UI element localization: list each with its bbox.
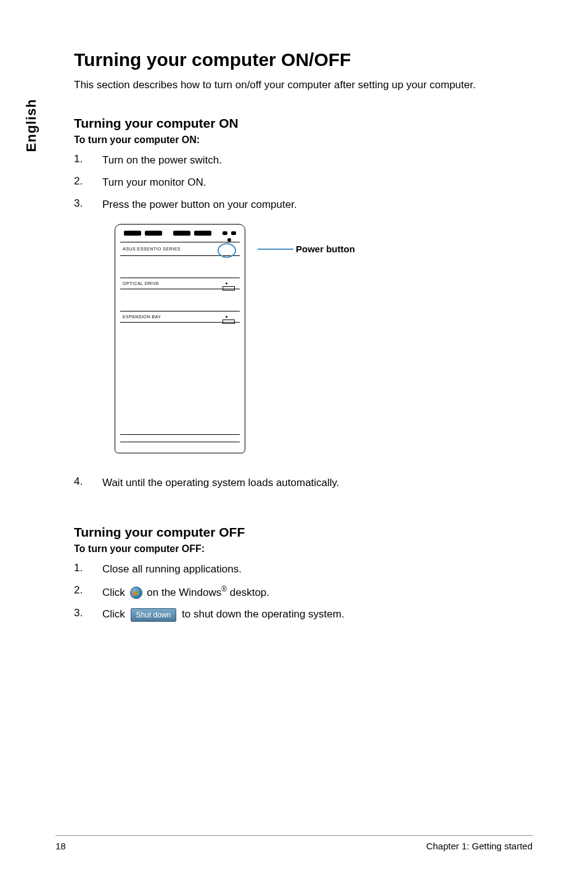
step-number: 2. — [74, 175, 102, 190]
registered-mark: ® — [221, 585, 227, 593]
list-item: 2. Click on the Windows® desktop. — [74, 584, 533, 600]
subheading-off: To turn your computer OFF: — [74, 543, 533, 555]
pc-case-outline: ASUS ESSENTIO SERIES OPTICAL DRIVE EXPAN… — [115, 224, 245, 453]
text-fragment: desktop. — [230, 587, 269, 598]
page-title: Turning your computer ON/OFF — [74, 49, 533, 70]
text-fragment: to shut down the operating system. — [182, 608, 345, 620]
step-number: 3. — [74, 197, 102, 212]
power-button-callout: Power button — [296, 244, 355, 254]
list-item: 3. Press the power button on your comput… — [74, 197, 533, 212]
step-text: Wait until the operating system loads au… — [102, 476, 533, 490]
page-number: 18 — [55, 841, 66, 851]
list-item: 3. Click Shut down to shut down the oper… — [74, 607, 533, 622]
intro-text: This section describes how to turn on/of… — [74, 79, 533, 91]
steps-on: 1. Turn on the power switch. 2. Turn you… — [74, 153, 533, 212]
step-text: Turn on the power switch. — [102, 153, 533, 168]
page-footer: 18 Chapter 1: Getting started — [55, 835, 533, 851]
text-fragment: Click — [102, 587, 125, 598]
chapter-label: Chapter 1: Getting started — [426, 841, 533, 851]
subheading-on: To turn your computer ON: — [74, 134, 533, 146]
step-number: 4. — [74, 476, 102, 490]
case-label-brand: ASUS ESSENTIO SERIES — [123, 247, 181, 251]
list-item: 2. Turn your monitor ON. — [74, 175, 533, 190]
step-text: Turn your monitor ON. — [102, 175, 533, 190]
top-vents — [124, 231, 236, 236]
list-item: 4. Wait until the operating system loads… — [74, 476, 533, 490]
list-item: 1. Close all running applications. — [74, 562, 533, 577]
callout-line — [258, 249, 293, 250]
steps-on-cont: 4. Wait until the operating system loads… — [74, 476, 533, 490]
step-text: Press the power button on your computer. — [102, 197, 533, 212]
step-number: 1. — [74, 562, 102, 577]
language-tab: English — [23, 99, 39, 152]
text-fragment: on the Windows — [147, 587, 221, 598]
text-fragment: Click — [102, 608, 125, 620]
windows-start-icon — [130, 587, 142, 598]
step-number: 2. — [74, 584, 102, 600]
computer-figure: ASUS ESSENTIO SERIES OPTICAL DRIVE EXPAN… — [102, 224, 533, 458]
step-text: Click on the Windows® desktop. — [102, 584, 533, 600]
step-text: Close all running applications. — [102, 562, 533, 577]
list-item: 1. Turn on the power switch. — [74, 153, 533, 168]
step-text: Click Shut down to shut down the operati… — [102, 607, 533, 622]
shutdown-button-graphic: Shut down — [131, 608, 177, 622]
case-label-expansion: EXPANSION BAY — [123, 315, 161, 319]
step-number: 1. — [74, 153, 102, 168]
section-heading-off: Turning your computer OFF — [74, 525, 533, 540]
section-heading-on: Turning your computer ON — [74, 116, 533, 131]
case-label-optical: OPTICAL DRIVE — [123, 281, 160, 286]
steps-off: 1. Close all running applications. 2. Cl… — [74, 562, 533, 622]
step-number: 3. — [74, 607, 102, 622]
